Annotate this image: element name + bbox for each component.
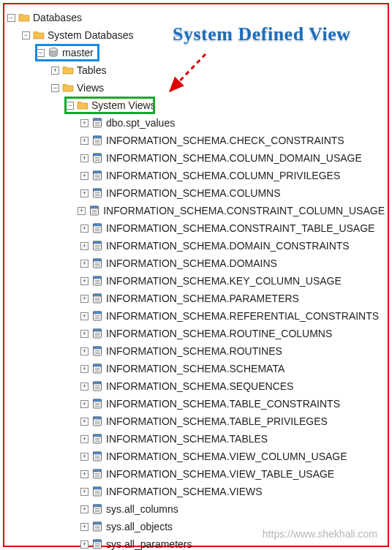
- expand-toggle[interactable]: +: [80, 189, 88, 197]
- expand-toggle[interactable]: +: [80, 277, 88, 285]
- svg-rect-93: [94, 434, 102, 437]
- expand-toggle[interactable]: +: [80, 383, 88, 391]
- svg-rect-43: [94, 259, 102, 261]
- view-icon: [91, 135, 103, 146]
- view-icon: [91, 538, 103, 550]
- tree-node-views[interactable]: − Views: [7, 79, 385, 97]
- expand-toggle[interactable]: +: [80, 260, 88, 268]
- view-icon: [91, 187, 103, 199]
- folder-icon: [62, 82, 74, 94]
- expand-toggle[interactable]: +: [80, 523, 88, 531]
- view-icon: [91, 240, 103, 252]
- tree-node-view-item[interactable]: + INFORMATION_SCHEMA.COLUMN_DOMAIN_USAGE: [7, 149, 385, 167]
- tree-node-view-item[interactable]: + INFORMATION_SCHEMA.TABLE_PRIVILEGES: [7, 412, 385, 430]
- tree-node-view-item[interactable]: + sys.all_columns: [7, 500, 385, 518]
- svg-rect-23: [94, 189, 102, 191]
- tree-node-view-item[interactable]: + INFORMATION_SCHEMA.DOMAIN_CONSTRAINTS: [7, 237, 385, 255]
- expand-toggle[interactable]: +: [80, 330, 88, 338]
- expand-toggle[interactable]: +: [80, 505, 88, 513]
- view-icon: [91, 310, 103, 322]
- expand-toggle[interactable]: −: [7, 14, 15, 22]
- tree-node-view-item[interactable]: + INFORMATION_SCHEMA.CHECK_CONSTRAINTS: [7, 132, 385, 149]
- tree-label: INFORMATION_SCHEMA.PARAMETERS: [106, 290, 299, 307]
- tree-label: sys.all_parameters: [106, 535, 192, 550]
- expand-toggle[interactable]: +: [80, 119, 88, 127]
- expand-toggle[interactable]: +: [80, 488, 88, 496]
- tree-node-view-item[interactable]: + INFORMATION_SCHEMA.TABLES: [7, 430, 385, 448]
- tree-label: INFORMATION_SCHEMA.TABLE_PRIVILEGES: [106, 412, 328, 430]
- expand-toggle[interactable]: +: [80, 154, 88, 162]
- tree-node-view-item[interactable]: + INFORMATION_SCHEMA.PARAMETERS: [7, 290, 385, 307]
- tree-node-view-item[interactable]: + INFORMATION_SCHEMA.SEQUENCES: [7, 377, 385, 395]
- tree-node-view-item[interactable]: + INFORMATION_SCHEMA.KEY_COLUMN_USAGE: [7, 272, 385, 290]
- view-icon: [91, 521, 103, 532]
- view-icon: [91, 170, 103, 181]
- expand-toggle[interactable]: −: [37, 49, 45, 57]
- expand-toggle[interactable]: +: [80, 172, 88, 180]
- expand-toggle[interactable]: +: [80, 242, 88, 250]
- tree-node-master[interactable]: − master: [7, 44, 385, 61]
- tree-label: INFORMATION_SCHEMA.COLUMN_DOMAIN_USAGE: [106, 149, 362, 167]
- expand-toggle[interactable]: +: [80, 312, 88, 320]
- tree-node-view-item[interactable]: + INFORMATION_SCHEMA.SCHEMATA: [7, 360, 385, 377]
- tree-node-view-item[interactable]: + INFORMATION_SCHEMA.CONSTRAINT_COLUMN_U…: [7, 202, 385, 219]
- tree-label: INFORMATION_SCHEMA.REFERENTIAL_CONSTRAIN…: [106, 307, 379, 325]
- tree-label: System Databases: [48, 26, 134, 44]
- expand-toggle[interactable]: +: [80, 435, 88, 443]
- svg-rect-88: [94, 417, 102, 419]
- tree-label: Views: [77, 79, 104, 97]
- expand-toggle[interactable]: +: [80, 418, 88, 426]
- expand-toggle[interactable]: +: [80, 540, 88, 549]
- tree-node-view-item[interactable]: + INFORMATION_SCHEMA.VIEW_COLUMN_USAGE: [7, 448, 385, 465]
- watermark-text: https://www.shekhali.com: [263, 528, 377, 540]
- expand-toggle[interactable]: +: [80, 365, 88, 373]
- folder-icon: [77, 99, 88, 111]
- expand-toggle[interactable]: +: [80, 470, 88, 478]
- folder-icon: [33, 29, 45, 41]
- view-icon: [91, 345, 103, 357]
- expand-toggle[interactable]: +: [80, 295, 88, 303]
- expand-toggle[interactable]: +: [78, 207, 86, 215]
- tree-node-view-item[interactable]: + INFORMATION_SCHEMA.CONSTRAINT_TABLE_US…: [7, 219, 385, 237]
- view-icon: [91, 415, 103, 427]
- tree-node-view-item[interactable]: + INFORMATION_SCHEMA.ROUTINES: [7, 342, 385, 360]
- tree-node-view-item[interactable]: + INFORMATION_SCHEMA.DOMAINS: [7, 255, 385, 272]
- expand-toggle[interactable]: −: [22, 31, 30, 39]
- tree-node-tables[interactable]: + Tables: [7, 61, 385, 79]
- folder-icon: [62, 64, 74, 76]
- svg-rect-123: [94, 540, 102, 542]
- svg-point-1: [50, 48, 58, 52]
- tree-node-view-item[interactable]: + INFORMATION_SCHEMA.COLUMNS: [7, 184, 385, 202]
- expand-toggle[interactable]: −: [51, 84, 59, 92]
- tree-node-view-item[interactable]: + INFORMATION_SCHEMA.VIEW_TABLE_USAGE: [7, 465, 385, 483]
- svg-rect-58: [94, 312, 102, 314]
- svg-rect-13: [94, 154, 102, 156]
- tree-label: INFORMATION_SCHEMA.VIEW_COLUMN_USAGE: [106, 448, 347, 465]
- tree-label: INFORMATION_SCHEMA.CONSTRAINT_TABLE_USAG…: [106, 219, 374, 237]
- view-icon: [91, 257, 103, 269]
- expand-toggle[interactable]: +: [80, 225, 88, 233]
- view-icon: [91, 433, 103, 445]
- expand-toggle[interactable]: +: [51, 67, 59, 75]
- tree-label: INFORMATION_SCHEMA.KEY_COLUMN_USAGE: [106, 272, 342, 290]
- view-icon: [91, 486, 103, 497]
- tree-node-view-item[interactable]: + INFORMATION_SCHEMA.TABLE_CONSTRAINTS: [7, 395, 385, 412]
- tree-node-view-item[interactable]: + INFORMATION_SCHEMA.ROUTINE_COLUMNS: [7, 325, 385, 342]
- expand-toggle[interactable]: +: [80, 453, 88, 461]
- svg-rect-113: [94, 505, 102, 507]
- tree-label: sys.all_columns: [106, 500, 178, 518]
- tree-node-system-views[interactable]: − System Views: [7, 97, 385, 114]
- expand-toggle[interactable]: +: [80, 347, 88, 355]
- tree-label: Tables: [77, 61, 106, 79]
- expand-toggle[interactable]: +: [80, 400, 88, 408]
- tree-label: INFORMATION_SCHEMA.DOMAINS: [106, 255, 277, 272]
- tree-node-view-item[interactable]: + INFORMATION_SCHEMA.REFERENTIAL_CONSTRA…: [7, 307, 385, 325]
- tree-node-view-item[interactable]: + INFORMATION_SCHEMA.VIEWS: [7, 483, 385, 500]
- expand-toggle[interactable]: −: [66, 102, 74, 110]
- svg-rect-103: [94, 470, 102, 472]
- tree-node-view-item[interactable]: + dbo.spt_values: [7, 114, 385, 132]
- view-icon: [91, 275, 103, 287]
- expand-toggle[interactable]: +: [80, 137, 88, 145]
- tree-node-view-item[interactable]: + INFORMATION_SCHEMA.COLUMN_PRIVILEGES: [7, 167, 385, 184]
- tree-label: INFORMATION_SCHEMA.ROUTINE_COLUMNS: [106, 325, 332, 342]
